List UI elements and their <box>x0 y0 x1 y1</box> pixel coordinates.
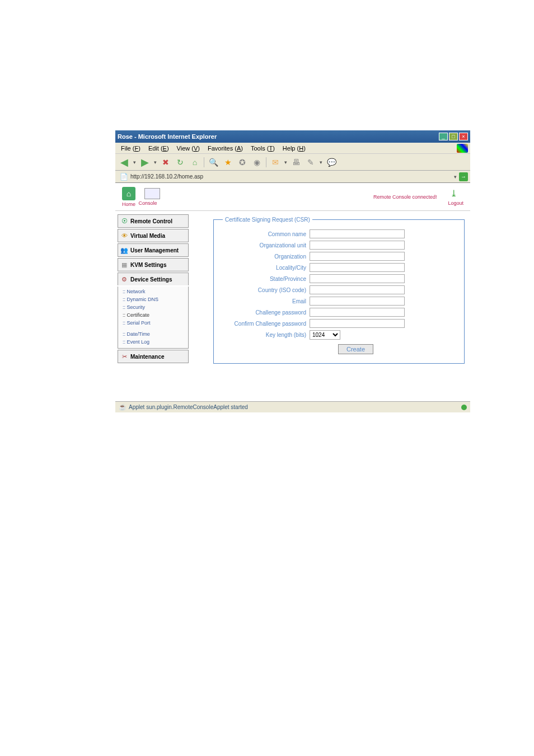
nav-virtual-media[interactable]: 👁 Virtual Media <box>118 229 189 242</box>
minimize-button[interactable]: _ <box>439 133 448 140</box>
address-bar: 📄 http://192.168.10.2/home.asp ▾ → <box>115 171 470 183</box>
console-link[interactable]: Console <box>135 188 160 206</box>
status-bar: ☕ Applet sun.plugin.RemoteConsoleApplet … <box>115 401 470 412</box>
input-challenge-pw[interactable] <box>310 308 405 317</box>
internet-zone-icon <box>461 405 467 410</box>
forward-button[interactable]: ▶ <box>139 157 151 168</box>
page-icon: 📄 <box>120 173 128 181</box>
input-country[interactable] <box>310 285 405 294</box>
input-org-unit[interactable] <box>310 241 405 250</box>
input-email[interactable] <box>310 297 405 306</box>
connection-status: Remote Console connected! <box>373 194 437 200</box>
stop-button[interactable]: ✖ <box>160 157 171 168</box>
favorites-icon[interactable]: ★ <box>222 157 233 168</box>
print-icon[interactable]: 🖶 <box>291 157 302 168</box>
nav-maintenance[interactable]: ✂ Maintenance <box>118 350 189 363</box>
menu-view[interactable]: View (V) <box>174 144 203 153</box>
window-title: Rose - Microsoft Internet Explorer <box>118 133 217 140</box>
label-locality: Locality/City <box>223 265 310 271</box>
label-key-length: Key length (bits) <box>223 332 310 338</box>
subnav-event-log[interactable]: :: Event Log <box>121 338 188 346</box>
menu-file[interactable]: File (F) <box>118 144 144 153</box>
virtual-media-icon: 👁 <box>120 232 128 240</box>
menu-edit[interactable]: Edit (E) <box>145 144 172 153</box>
applet-icon: ☕ <box>119 403 127 411</box>
history-icon[interactable]: ✪ <box>237 157 248 168</box>
device-settings-icon: ⚙ <box>120 275 128 283</box>
close-button[interactable]: × <box>459 133 468 140</box>
label-org-unit: Organizational unit <box>223 242 310 248</box>
subnav-date-time[interactable]: :: Date/Time <box>121 330 188 338</box>
input-organization[interactable] <box>310 252 405 261</box>
device-settings-submenu: :: Network :: Dynamic DNS :: Security ::… <box>118 287 189 349</box>
label-common-name: Common name <box>223 231 310 237</box>
input-common-name[interactable] <box>310 229 405 238</box>
nav-remote-control[interactable]: ⦿ Remote Control <box>118 214 189 228</box>
subnav-dynamic-dns[interactable]: :: Dynamic DNS <box>121 295 188 303</box>
label-organization: Organization <box>223 253 310 260</box>
csr-form: Certificate Signing Request (CSR) Common… <box>191 211 470 401</box>
logout-link[interactable]: ⤓ Logout <box>448 188 463 206</box>
media-icon[interactable]: ◉ <box>251 157 263 168</box>
label-country: Country (ISO code) <box>223 287 310 293</box>
label-state: State/Province <box>223 276 310 282</box>
top-toolbar: ⌂ Home Console Remote Console connected!… <box>115 183 470 211</box>
home-link[interactable]: ⌂ Home <box>122 187 135 207</box>
title-bar: Rose - Microsoft Internet Explorer _ □ × <box>115 130 470 143</box>
maximize-button[interactable]: □ <box>449 133 458 140</box>
label-email: Email <box>223 298 310 304</box>
create-button[interactable]: Create <box>338 344 373 354</box>
input-confirm-pw[interactable] <box>310 319 405 328</box>
csr-legend: Certificate Signing Request (CSR) <box>223 217 312 223</box>
label-challenge-pw: Challenge password <box>223 309 310 316</box>
address-field[interactable]: http://192.168.10.2/home.asp <box>130 173 452 180</box>
address-dropdown[interactable]: ▾ <box>454 174 457 180</box>
browser-window: Rose - Microsoft Internet Explorer _ □ ×… <box>115 130 470 410</box>
logout-icon: ⤓ <box>450 188 461 199</box>
label-confirm-pw: Confirm Challenge password <box>223 321 310 327</box>
kvm-settings-icon: ▦ <box>120 261 128 269</box>
back-button[interactable]: ◀ <box>119 157 130 168</box>
separator <box>204 157 204 167</box>
sidebar-nav: ⦿ Remote Control 👁 Virtual Media 👥 User … <box>115 211 191 401</box>
go-button[interactable]: → <box>459 172 468 181</box>
subnav-security[interactable]: :: Security <box>121 303 188 311</box>
console-icon <box>144 188 160 199</box>
input-state[interactable] <box>310 274 405 283</box>
menu-help[interactable]: Help (H) <box>279 144 309 153</box>
subnav-network[interactable]: :: Network <box>121 288 188 295</box>
menu-tools[interactable]: Tools (T) <box>247 144 278 153</box>
subnav-serial-port[interactable]: :: Serial Port <box>121 319 188 327</box>
windows-logo-icon <box>457 144 468 153</box>
subnav-certificate[interactable]: :: Certificate <box>121 311 188 319</box>
window-controls: _ □ × <box>439 133 468 140</box>
separator <box>266 157 266 167</box>
remote-control-icon: ⦿ <box>120 217 128 225</box>
user-management-icon: 👥 <box>120 246 128 254</box>
nav-device-settings[interactable]: ⚙ Device Settings <box>118 273 189 285</box>
csr-fieldset: Certificate Signing Request (CSR) Common… <box>213 217 465 364</box>
refresh-button[interactable]: ↻ <box>175 157 186 168</box>
home-button[interactable]: ⌂ <box>189 157 200 168</box>
toolbar: ◀ ▾ ▶ ▾ ✖ ↻ ⌂ 🔍 ★ ✪ ◉ ✉ ▾ 🖶 ✎ ▾ 💬 <box>115 154 470 171</box>
input-locality[interactable] <box>310 263 405 272</box>
menu-bar: File (F) Edit (E) View (V) Favorites (A)… <box>115 143 470 154</box>
mail-icon[interactable]: ✉ <box>270 157 281 168</box>
select-key-length[interactable]: 1024 <box>310 330 340 340</box>
main-area: ⦿ Remote Control 👁 Virtual Media 👥 User … <box>115 211 470 401</box>
discuss-icon[interactable]: 💬 <box>326 157 337 168</box>
nav-kvm-settings[interactable]: ▦ KVM Settings <box>118 258 189 271</box>
home-icon: ⌂ <box>122 187 135 200</box>
maintenance-icon: ✂ <box>120 353 128 360</box>
edit-icon[interactable]: ✎ <box>305 157 316 168</box>
menu-favorites[interactable]: Favorites (A) <box>204 144 246 153</box>
nav-user-management[interactable]: 👥 User Management <box>118 243 189 257</box>
page-content: ⌂ Home Console Remote Console connected!… <box>115 183 470 401</box>
search-icon[interactable]: 🔍 <box>208 157 219 168</box>
status-text: Applet sun.plugin.RemoteConsoleApplet st… <box>129 404 248 410</box>
